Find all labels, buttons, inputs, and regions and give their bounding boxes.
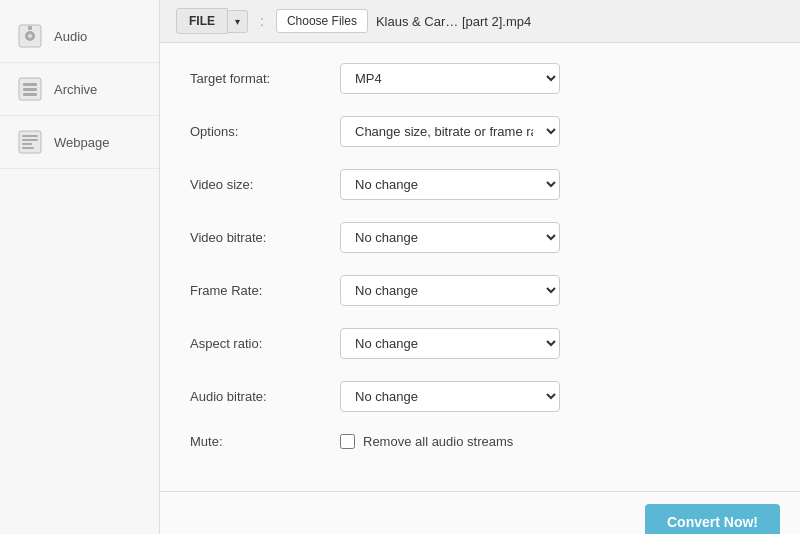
mute-checkbox[interactable] [340, 434, 355, 449]
svg-rect-7 [23, 93, 37, 96]
sidebar-webpage-label: Webpage [54, 135, 109, 150]
mute-row: Mute: Remove all audio streams [190, 434, 770, 449]
target-format-row: Target format: MP4 [190, 63, 770, 94]
svg-rect-12 [22, 147, 34, 149]
file-button[interactable]: FILE [176, 8, 228, 34]
svg-rect-3 [28, 26, 32, 30]
video-bitrate-row: Video bitrate: No change [190, 222, 770, 253]
options-row: Options: Change size, bitrate or frame r… [190, 116, 770, 147]
video-size-label: Video size: [190, 177, 340, 192]
svg-rect-5 [23, 83, 37, 86]
choose-files-button[interactable]: Choose Files [276, 9, 368, 33]
aspect-ratio-select[interactable]: No change [340, 328, 560, 359]
sidebar-item-webpage[interactable]: Webpage [0, 116, 159, 169]
svg-point-2 [28, 34, 32, 38]
mute-control: Remove all audio streams [340, 434, 560, 449]
aspect-ratio-control: No change [340, 328, 560, 359]
audio-bitrate-select[interactable]: No change [340, 381, 560, 412]
target-format-control: MP4 [340, 63, 560, 94]
bottom-bar: Convert Now! [160, 491, 800, 534]
frame-rate-control: No change [340, 275, 560, 306]
file-btn-group: FILE ▾ [176, 8, 248, 34]
audio-bitrate-control: No change [340, 381, 560, 412]
aspect-ratio-row: Aspect ratio: No change [190, 328, 770, 359]
mute-checkbox-label: Remove all audio streams [363, 434, 513, 449]
frame-rate-select[interactable]: No change [340, 275, 560, 306]
aspect-ratio-label: Aspect ratio: [190, 336, 340, 351]
target-format-select[interactable]: MP4 [340, 63, 560, 94]
mute-label: Mute: [190, 434, 340, 449]
top-bar: FILE ▾ : Choose Files Klaus & Car… [part… [160, 0, 800, 43]
svg-rect-9 [22, 135, 38, 137]
audio-bitrate-label: Audio bitrate: [190, 389, 340, 404]
target-format-label: Target format: [190, 71, 340, 86]
main-content: FILE ▾ : Choose Files Klaus & Car… [part… [160, 0, 800, 534]
video-size-control: No change [340, 169, 560, 200]
audio-icon [16, 22, 44, 50]
svg-rect-10 [22, 139, 38, 141]
svg-rect-8 [19, 131, 41, 153]
svg-rect-6 [23, 88, 37, 91]
options-label: Options: [190, 124, 340, 139]
file-dropdown-arrow[interactable]: ▾ [228, 10, 248, 33]
convert-now-button[interactable]: Convert Now! [645, 504, 780, 534]
video-size-select[interactable]: No change [340, 169, 560, 200]
options-control: Change size, bitrate or frame rate [340, 116, 560, 147]
options-select[interactable]: Change size, bitrate or frame rate [340, 116, 560, 147]
video-bitrate-select[interactable]: No change [340, 222, 560, 253]
form-area: Target format: MP4 Options: Change size,… [160, 43, 800, 491]
sidebar-item-archive[interactable]: Archive [0, 63, 159, 116]
sidebar: Audio Archive Webpage [0, 0, 160, 534]
audio-bitrate-row: Audio bitrate: No change [190, 381, 770, 412]
webpage-icon [16, 128, 44, 156]
sidebar-archive-label: Archive [54, 82, 97, 97]
video-bitrate-label: Video bitrate: [190, 230, 340, 245]
video-size-row: Video size: No change [190, 169, 770, 200]
selected-file-name: Klaus & Car… [part 2].mp4 [376, 14, 531, 29]
sidebar-item-audio[interactable]: Audio [0, 10, 159, 63]
frame-rate-row: Frame Rate: No change [190, 275, 770, 306]
archive-icon [16, 75, 44, 103]
frame-rate-label: Frame Rate: [190, 283, 340, 298]
svg-rect-11 [22, 143, 32, 145]
video-bitrate-control: No change [340, 222, 560, 253]
sidebar-audio-label: Audio [54, 29, 87, 44]
separator: : [260, 13, 264, 29]
